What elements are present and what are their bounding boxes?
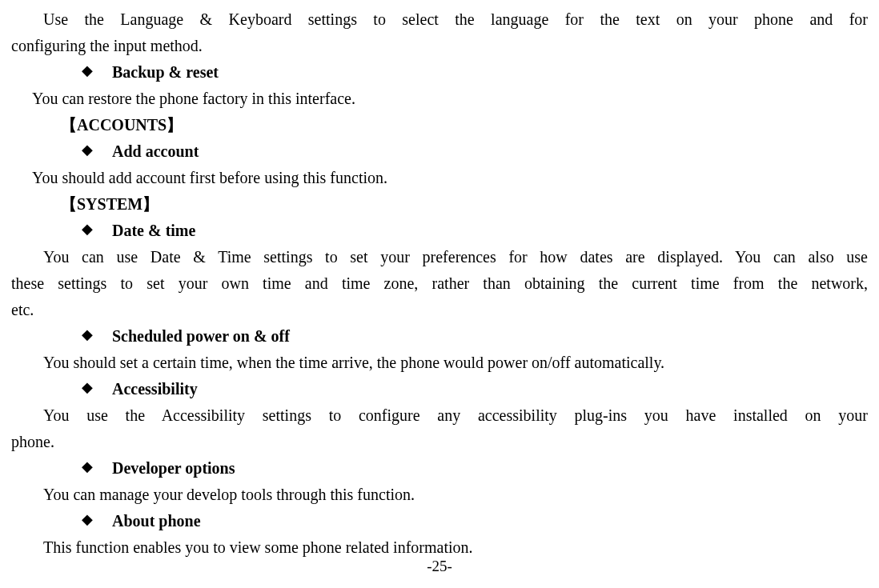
accessibility-paragraph: You use the Accessibility settings to co…: [11, 402, 868, 455]
about-phone-bullet: ◆ About phone: [11, 508, 868, 534]
document-content: Use the Language & Keyboard settings to …: [11, 6, 868, 561]
diamond-bullet-icon: ◆: [11, 138, 112, 165]
page-number: -25-: [427, 554, 452, 578]
intro-paragraph: Use the Language & Keyboard settings to …: [11, 6, 868, 59]
accessibility-line2: phone.: [11, 429, 868, 455]
scheduled-power-bullet: ◆ Scheduled power on & off: [11, 323, 868, 350]
diamond-bullet-icon: ◆: [11, 218, 112, 244]
backup-reset-desc: You can restore the phone factory in thi…: [11, 86, 868, 112]
developer-options-title: Developer options: [112, 455, 235, 482]
intro-line1: Use the Language & Keyboard settings to …: [11, 6, 868, 33]
system-section-header: 【SYSTEM】: [11, 191, 868, 218]
developer-options-bullet: ◆ Developer options: [11, 455, 868, 482]
datetime-line2: these settings to set your own time and …: [11, 270, 868, 297]
accounts-section-header: 【ACCOUNTS】: [11, 112, 868, 138]
date-time-title: Date & time: [112, 218, 195, 244]
about-phone-title: About phone: [112, 508, 201, 534]
diamond-bullet-icon: ◆: [11, 59, 112, 86]
date-time-bullet: ◆ Date & time: [11, 218, 868, 244]
scheduled-power-title: Scheduled power on & off: [112, 323, 290, 350]
add-account-desc: You should add account first before usin…: [11, 165, 868, 191]
accessibility-line1: You use the Accessibility settings to co…: [11, 402, 868, 429]
intro-line2: configuring the input method.: [11, 33, 868, 59]
scheduled-power-desc: You should set a certain time, when the …: [11, 350, 868, 376]
date-time-paragraph: You can use Date & Time settings to set …: [11, 244, 868, 323]
diamond-bullet-icon: ◆: [11, 323, 112, 350]
add-account-title: Add account: [112, 138, 199, 165]
developer-options-desc: You can manage your develop tools throug…: [11, 482, 868, 508]
backup-reset-title: Backup & reset: [112, 59, 219, 86]
backup-reset-bullet: ◆ Backup & reset: [11, 59, 868, 86]
diamond-bullet-icon: ◆: [11, 508, 112, 534]
add-account-bullet: ◆ Add account: [11, 138, 868, 165]
datetime-line3: etc.: [11, 297, 868, 323]
datetime-line1: You can use Date & Time settings to set …: [11, 244, 868, 270]
diamond-bullet-icon: ◆: [11, 455, 112, 482]
accessibility-title: Accessibility: [112, 376, 198, 402]
diamond-bullet-icon: ◆: [11, 376, 112, 402]
accessibility-bullet: ◆ Accessibility: [11, 376, 868, 402]
